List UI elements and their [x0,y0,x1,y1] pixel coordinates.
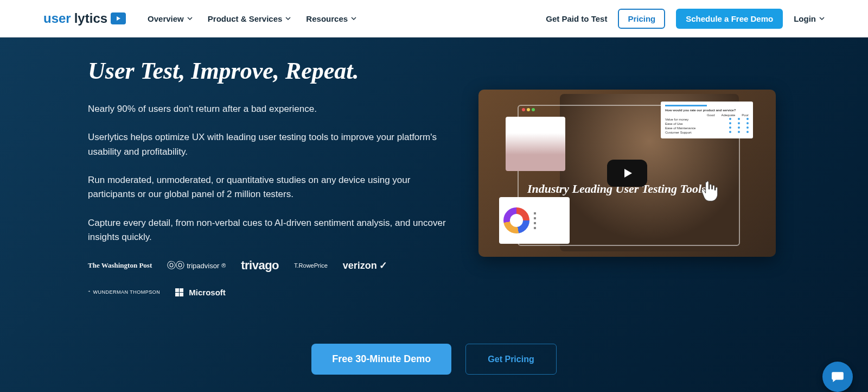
logo-text-lytics: lytics [74,11,107,26]
login-menu[interactable]: Login [794,14,825,23]
chevron-down-icon [351,16,356,21]
logo-text-user: user [43,11,71,26]
play-icon [111,12,126,24]
video-rating-card: How would you rate our product and servi… [661,102,753,138]
pricing-button[interactable]: Pricing [618,9,665,29]
hero-paragraph-2: Userlytics helps optimize UX with leadin… [88,130,446,159]
brand-logos: The Washington Post ⓞⓞtripadvisor® triva… [88,258,446,297]
get-paid-link[interactable]: Get Paid to Test [546,14,607,23]
nav-label: Resources [306,14,348,23]
play-icon [621,167,634,180]
nav-overview[interactable]: Overview [148,14,193,23]
chevron-down-icon [187,16,193,21]
hero-paragraph-3: Run moderated, unmoderated, or quantitat… [88,173,446,202]
cta-row: Free 30-Minute Demo Get Pricing [0,344,868,375]
header-left: userlytics Overview Product & Services R… [43,11,356,26]
nav-label: Overview [148,14,184,23]
nav-resources[interactable]: Resources [306,14,356,23]
pie-chart-icon [503,207,529,233]
schedule-demo-button[interactable]: Schedule a Free Demo [676,9,783,29]
free-demo-button[interactable]: Free 30-Minute Demo [311,344,451,375]
nav-label: Product & Services [208,14,283,23]
hero-video[interactable]: How would you rate our product and servi… [478,90,776,257]
brand-tripadvisor: ⓞⓞtripadvisor® [167,260,226,271]
hero-content: User Test, Improve, Repeat. Nearly 90% o… [88,57,780,297]
site-header: userlytics Overview Product & Services R… [0,0,868,37]
microsoft-icon [175,288,183,296]
pointer-icon [698,179,722,208]
hero-section: User Test, Improve, Repeat. Nearly 90% o… [0,37,868,392]
brand-troweprice: T.RowePrice [294,262,328,269]
pie-legend [534,212,538,230]
main-nav: Overview Product & Services Resources [148,14,356,23]
owl-icon: ⓞⓞ [167,260,184,271]
video-pie-card [499,197,570,244]
hero-paragraph-1: Nearly 90% of users don't return after a… [88,102,446,116]
get-pricing-button[interactable]: Get Pricing [465,344,556,375]
nav-product-services[interactable]: Product & Services [208,14,291,23]
logo[interactable]: userlytics [43,11,126,26]
brand-washington-post: The Washington Post [88,261,152,270]
chevron-down-icon [285,16,291,21]
chat-icon [831,370,845,384]
svg-marker-1 [624,169,632,178]
brand-wunderman-thompson: ⁺WUNDERMAN THOMPSON [88,290,160,295]
header-right: Get Paid to Test Pricing Schedule a Free… [546,9,825,29]
brand-microsoft: Microsoft [175,288,226,297]
hero-paragraph-4: Capture every detail, from non-verbal cu… [88,216,446,245]
hero-title: User Test, Improve, Repeat. [88,57,446,85]
svg-marker-0 [117,16,120,21]
chevron-down-icon [819,16,825,21]
video-person-thumbnail [506,117,565,171]
chat-widget-button[interactable] [822,362,853,392]
brand-trivago: trivago [241,258,279,273]
login-label: Login [794,14,816,23]
hero-text: User Test, Improve, Repeat. Nearly 90% o… [88,57,446,297]
brand-verizon: verizon✓ [343,260,387,271]
play-button[interactable] [607,160,647,187]
